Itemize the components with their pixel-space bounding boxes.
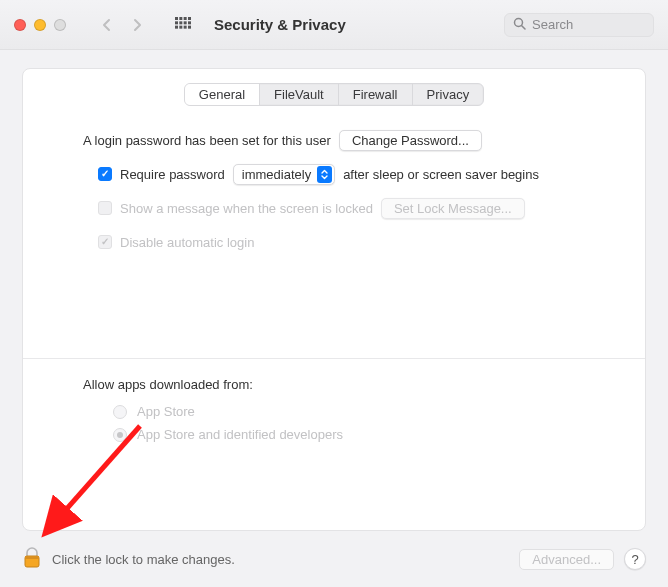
- show-all-button[interactable]: [172, 14, 194, 36]
- svg-rect-2: [184, 17, 187, 20]
- svg-rect-7: [188, 21, 191, 24]
- disable-auto-login-label: Disable automatic login: [120, 235, 254, 250]
- lock-icon: [22, 546, 42, 570]
- show-message-label: Show a message when the screen is locked: [120, 201, 373, 216]
- svg-rect-0: [175, 17, 178, 20]
- window-controls: [14, 19, 66, 31]
- require-password-checkbox[interactable]: [98, 167, 112, 181]
- svg-rect-11: [188, 25, 191, 28]
- tab-general[interactable]: General: [185, 84, 260, 105]
- tab-bar: General FileVault Firewall Privacy: [184, 83, 484, 106]
- require-password-suffix: after sleep or screen saver begins: [343, 167, 539, 182]
- lock-button[interactable]: [22, 546, 42, 573]
- search-field[interactable]: [504, 13, 654, 37]
- radio-appstore: [113, 405, 127, 419]
- svg-rect-3: [188, 17, 191, 20]
- svg-rect-4: [175, 21, 178, 24]
- show-message-checkbox: [98, 201, 112, 215]
- tab-firewall[interactable]: Firewall: [339, 84, 413, 105]
- gatekeeper-section: Allow apps downloaded from: App Store Ap…: [23, 359, 645, 460]
- search-icon: [513, 17, 526, 33]
- require-password-delay-value: immediately: [242, 167, 311, 182]
- zoom-window-button: [54, 19, 66, 31]
- svg-rect-10: [184, 25, 187, 28]
- nav-arrows: [94, 13, 150, 37]
- advanced-button: Advanced...: [519, 549, 614, 570]
- help-icon: ?: [631, 552, 638, 567]
- content-area: General FileVault Firewall Privacy A log…: [0, 50, 668, 531]
- footer: Click the lock to make changes. Advanced…: [0, 531, 668, 587]
- svg-rect-8: [175, 25, 178, 28]
- search-input[interactable]: [532, 17, 645, 32]
- svg-rect-9: [179, 25, 182, 28]
- settings-pane: General FileVault Firewall Privacy A log…: [22, 68, 646, 531]
- require-password-label: Require password: [120, 167, 225, 182]
- forward-button: [124, 13, 150, 37]
- lock-text: Click the lock to make changes.: [52, 552, 235, 567]
- radio-identified-devs: [113, 428, 127, 442]
- titlebar: Security & Privacy: [0, 0, 668, 50]
- set-lock-message-button: Set Lock Message...: [381, 198, 525, 219]
- back-button[interactable]: [94, 13, 120, 37]
- password-set-label: A login password has been set for this u…: [83, 133, 331, 148]
- gatekeeper-heading: Allow apps downloaded from:: [83, 377, 253, 392]
- tab-privacy[interactable]: Privacy: [413, 84, 484, 105]
- help-button[interactable]: ?: [624, 548, 646, 570]
- window-title: Security & Privacy: [214, 16, 346, 33]
- change-password-button[interactable]: Change Password...: [339, 130, 482, 151]
- svg-rect-5: [179, 21, 182, 24]
- preferences-window: Security & Privacy General FileVault Fir…: [0, 0, 668, 587]
- svg-rect-1: [179, 17, 182, 20]
- select-arrows-icon: [317, 166, 332, 183]
- radio-identified-devs-label: App Store and identified developers: [137, 427, 343, 442]
- radio-appstore-label: App Store: [137, 404, 195, 419]
- tab-filevault[interactable]: FileVault: [260, 84, 339, 105]
- minimize-window-button[interactable]: [34, 19, 46, 31]
- svg-rect-6: [184, 21, 187, 24]
- svg-rect-15: [25, 556, 39, 559]
- close-window-button[interactable]: [14, 19, 26, 31]
- require-password-delay-select[interactable]: immediately: [233, 164, 335, 185]
- login-section: A login password has been set for this u…: [23, 106, 645, 274]
- disable-auto-login-checkbox: [98, 235, 112, 249]
- svg-line-13: [522, 25, 526, 29]
